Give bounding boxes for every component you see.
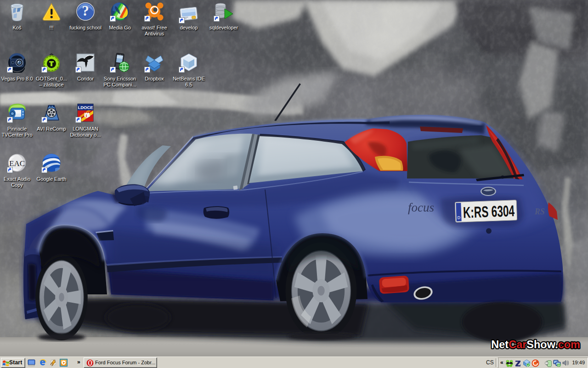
svg-text:?: ? — [82, 3, 89, 19]
svg-text:LDOCE: LDOCE — [78, 105, 93, 110]
svg-text:focus: focus — [408, 201, 434, 214]
svg-text:RS: RS — [534, 207, 545, 216]
svg-text:NetCarShow.com: NetCarShow.com — [491, 339, 580, 351]
svg-text:EAC: EAC — [9, 159, 25, 168]
svg-text:D: D — [458, 215, 461, 220]
svg-text:K:RS 6304: K:RS 6304 — [463, 202, 514, 221]
